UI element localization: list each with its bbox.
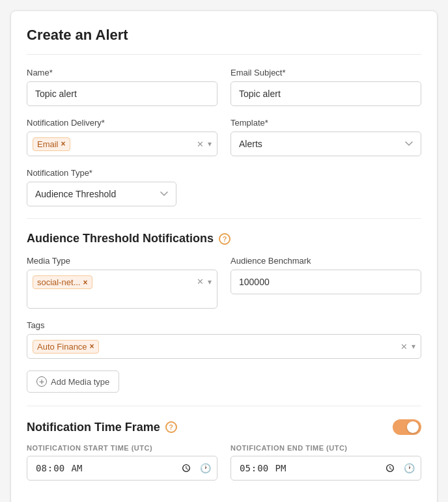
time-frame-toggle[interactable]	[393, 419, 421, 435]
time-frame-title: Notification Time Frame	[27, 421, 160, 434]
time-frame-help-icon[interactable]: ?	[165, 421, 177, 433]
name-input[interactable]	[27, 81, 217, 106]
time-frame-header: Notification Time Frame ?	[27, 419, 421, 435]
notification-delivery-label: Notification Delivery*	[27, 118, 217, 128]
email-tag: Email ×	[33, 137, 70, 151]
email-subject-label: Email Subject*	[231, 68, 421, 77]
social-net-tag: social-net... ×	[33, 275, 92, 289]
template-select[interactable]: Alerts	[231, 132, 421, 156]
add-media-button[interactable]: + Add Media type	[27, 370, 119, 393]
audience-benchmark-group: Audience Benchmark	[231, 256, 421, 309]
email-subject-input[interactable]	[231, 81, 421, 106]
audience-section-title: Audience Threshold Notifications ?	[27, 232, 421, 245]
tags-clear-icon[interactable]: ✕	[400, 342, 408, 352]
email-tag-remove[interactable]: ×	[61, 139, 66, 148]
notification-type-group: Notification Type* Audience Threshold	[27, 168, 176, 206]
notification-type-row: Notification Type* Audience Threshold	[27, 168, 421, 206]
notification-type-label: Notification Type*	[27, 168, 176, 178]
page-title: Create an Alert	[27, 27, 421, 55]
template-group: Template* Alerts	[231, 118, 421, 156]
auto-finance-tag-remove[interactable]: ×	[90, 342, 94, 351]
template-label: Template*	[231, 118, 421, 128]
tags-controls: ✕ ▾	[400, 342, 415, 352]
tags-label: Tags	[27, 320, 421, 330]
notification-delivery-select[interactable]: Email × ✕ ▾	[27, 132, 217, 156]
toggle-slider	[393, 419, 421, 435]
media-type-select[interactable]: social-net... × ✕ ▾	[27, 270, 217, 309]
email-subject-group: Email Subject*	[231, 68, 421, 106]
end-time-group: NOTIFICATION END TIME (UTC) 🕐	[231, 444, 421, 481]
delivery-chevron-icon[interactable]: ▾	[208, 139, 212, 148]
media-type-label: Media Type	[27, 256, 217, 266]
end-time-input[interactable]	[231, 456, 421, 481]
tags-select[interactable]: Auto Finance × ✕ ▾	[27, 334, 421, 359]
name-label: Name*	[27, 68, 217, 77]
audience-benchmark-label: Audience Benchmark	[231, 256, 421, 266]
end-time-wrap: 🕐	[231, 456, 421, 481]
start-time-wrap: 🕐	[27, 456, 217, 481]
tags-group: Tags Auto Finance × ✕ ▾	[27, 320, 421, 359]
media-type-controls: ✕ ▾	[197, 277, 212, 286]
add-media-wrap: + Add Media type	[27, 370, 421, 393]
audience-benchmark-input[interactable]	[231, 270, 421, 294]
tags-row: Tags Auto Finance × ✕ ▾	[27, 320, 421, 359]
create-alert-card: Create an Alert Name* Email Subject* Not…	[10, 10, 438, 502]
media-benchmark-row: Media Type social-net... × ✕ ▾ Audience …	[27, 256, 421, 309]
end-time-label: NOTIFICATION END TIME (UTC)	[231, 444, 421, 452]
start-time-label: NOTIFICATION START TIME (UTC)	[27, 444, 217, 452]
media-type-group: Media Type social-net... × ✕ ▾	[27, 256, 217, 309]
start-time-input[interactable]	[27, 456, 217, 481]
tags-chevron-icon[interactable]: ▾	[412, 342, 415, 351]
time-row: NOTIFICATION START TIME (UTC) 🕐 NOTIFICA…	[27, 444, 421, 481]
social-net-tag-remove[interactable]: ×	[83, 278, 87, 287]
media-type-chevron-icon[interactable]: ▾	[208, 277, 212, 286]
auto-finance-tag: Auto Finance ×	[33, 340, 99, 354]
delivery-select-controls: ✕ ▾	[197, 139, 212, 149]
name-email-row: Name* Email Subject*	[27, 68, 421, 106]
time-frame-divider	[27, 406, 421, 406]
plus-circle-icon: +	[36, 376, 47, 387]
section-divider	[27, 218, 421, 219]
notification-type-select[interactable]: Audience Threshold	[27, 182, 176, 206]
name-group: Name*	[27, 68, 217, 106]
delivery-clear-icon[interactable]: ✕	[197, 139, 204, 149]
audience-help-icon[interactable]: ?	[219, 233, 231, 245]
time-frame-title-group: Notification Time Frame ?	[27, 421, 177, 434]
start-time-group: NOTIFICATION START TIME (UTC) 🕐	[27, 444, 217, 481]
media-type-clear-icon[interactable]: ✕	[197, 277, 204, 286]
delivery-template-row: Notification Delivery* Email × ✕ ▾ Templ…	[27, 118, 421, 156]
notification-delivery-group: Notification Delivery* Email × ✕ ▾	[27, 118, 217, 156]
